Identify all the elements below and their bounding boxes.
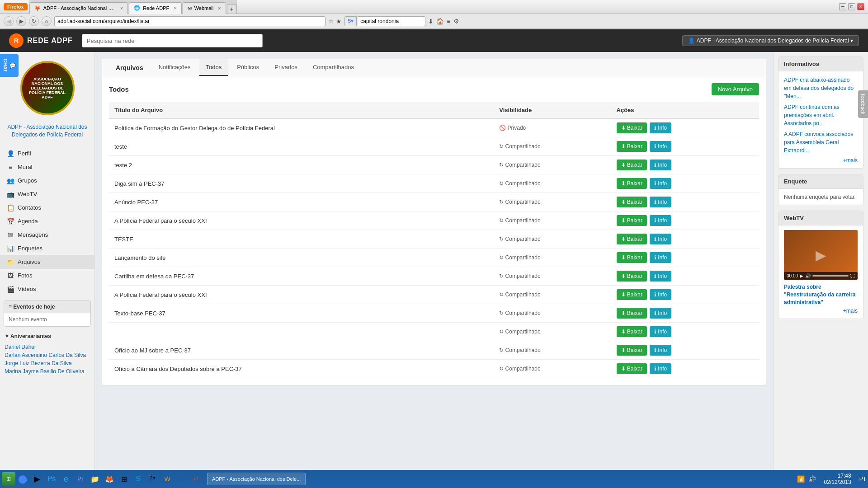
taskbar-skype-icon[interactable]: S bbox=[132, 473, 145, 485]
sidebar-item-agenda[interactable]: 📅 Agenda bbox=[0, 215, 94, 228]
video-play-icon[interactable]: ▶ bbox=[800, 273, 803, 278]
baixar-button-6[interactable]: ⬇ Baixar bbox=[617, 234, 647, 244]
sidebar-item-videos[interactable]: 🎬 Vídeos bbox=[0, 282, 94, 296]
informativos-more[interactable]: +mais bbox=[784, 157, 858, 164]
taskbar-flag-icon[interactable]: 🏳 bbox=[146, 473, 159, 485]
tab-privados[interactable]: Privados bbox=[268, 59, 304, 76]
taskbar-ps-icon[interactable]: Ps bbox=[45, 473, 58, 485]
start-button[interactable]: ⊞ bbox=[2, 472, 15, 486]
bookmark-icon[interactable]: ★ bbox=[336, 18, 342, 25]
sidebar-item-fotos[interactable]: 🖼 Fotos bbox=[0, 269, 94, 282]
baixar-button-4[interactable]: ⬇ Baixar bbox=[617, 197, 647, 207]
taskbar-chrome-icon[interactable]: ⬤ bbox=[16, 473, 29, 485]
tab-todos[interactable]: Todos bbox=[199, 59, 229, 76]
org-name-label[interactable]: ADPF - Associação Nacional dos Delegados… bbox=[0, 120, 94, 142]
new-tab-button[interactable]: + bbox=[227, 4, 237, 14]
taskbar-ppt-icon[interactable]: P bbox=[190, 473, 203, 485]
header-user-menu[interactable]: 👤 ADPF - Associação Nacional dos Delegad… bbox=[682, 35, 859, 46]
birthday-daniel[interactable]: Daniel Daher bbox=[5, 343, 90, 351]
settings-icon[interactable]: ⚙ bbox=[453, 18, 459, 25]
baixar-button-7[interactable]: ⬇ Baixar bbox=[617, 252, 647, 263]
tab-webmail[interactable]: ✉ Webmail × bbox=[183, 2, 226, 14]
baixar-button-5[interactable]: ⬇ Baixar bbox=[617, 215, 647, 226]
taskbar-winamp-icon[interactable]: W bbox=[161, 473, 174, 485]
video-progress[interactable] bbox=[812, 275, 849, 277]
firefox-tab[interactable]: Firefox bbox=[4, 3, 28, 10]
tab-adpf[interactable]: 🦊 ADPF - Associação Nacional dos Dele...… bbox=[29, 2, 128, 14]
taskbar-ie-icon[interactable]: e bbox=[60, 473, 72, 485]
baixar-button-3[interactable]: ⬇ Baixar bbox=[617, 178, 647, 189]
sidebar-item-enquetes[interactable]: 📊 Enquetes bbox=[0, 242, 94, 255]
info-button-12[interactable]: ℹ Info bbox=[650, 345, 671, 356]
menu-icon[interactable]: ≡ bbox=[447, 18, 450, 25]
info-button-10[interactable]: ℹ Info bbox=[650, 308, 671, 319]
close-button[interactable]: ✕ bbox=[857, 3, 864, 10]
new-file-button[interactable]: Novo Arquivo bbox=[712, 83, 759, 95]
sidebar-item-arquivos[interactable]: 📁 Arquivos bbox=[0, 255, 94, 269]
video-player[interactable]: ▶ 00:00 ▶ 🔊 ⛶ bbox=[784, 230, 858, 280]
baixar-button-11[interactable]: ⬇ Baixar bbox=[617, 326, 647, 337]
taskbar-media-icon[interactable]: ▶ bbox=[31, 473, 43, 485]
taskbar-folder-icon[interactable]: 📁 bbox=[89, 473, 101, 485]
birthday-marina[interactable]: Marina Jayme Basilio De Oliveira bbox=[5, 367, 90, 375]
sidebar-item-contatos[interactable]: 📋 Contatos bbox=[0, 201, 94, 215]
birthday-darlan[interactable]: Darlan Ascendino Carlos Da Silva bbox=[5, 351, 90, 359]
home-icon2[interactable]: 🏠 bbox=[436, 18, 444, 25]
baixar-button-8[interactable]: ⬇ Baixar bbox=[617, 271, 647, 282]
baixar-button-12[interactable]: ⬇ Baixar bbox=[617, 345, 647, 356]
info-button-6[interactable]: ℹ Info bbox=[650, 234, 671, 244]
tray-network-icon[interactable]: 📶 bbox=[797, 475, 805, 483]
baixar-button-13[interactable]: ⬇ Baixar bbox=[617, 363, 647, 374]
taskbar-word-icon[interactable]: W bbox=[175, 473, 188, 485]
baixar-button-10[interactable]: ⬇ Baixar bbox=[617, 308, 647, 319]
minimize-button[interactable]: ─ bbox=[839, 3, 846, 10]
tab-rede-adpf[interactable]: 🌐 Rede ADPF × bbox=[129, 2, 182, 14]
download-icon[interactable]: ⬇ bbox=[428, 18, 434, 25]
baixar-button-1[interactable]: ⬇ Baixar bbox=[617, 141, 647, 152]
info-button-5[interactable]: ℹ Info bbox=[650, 215, 671, 226]
info-button-11[interactable]: ℹ Info bbox=[650, 326, 671, 337]
sidebar-item-mural[interactable]: ≡ Mural bbox=[0, 160, 94, 174]
info-button-13[interactable]: ℹ Info bbox=[650, 363, 671, 374]
bookmark-star-icon[interactable]: ☆ bbox=[328, 18, 334, 25]
baixar-button-9[interactable]: ⬇ Baixar bbox=[617, 289, 647, 300]
info-link-2[interactable]: ADPF continua com as premiações em abril… bbox=[784, 103, 858, 127]
info-button-3[interactable]: ℹ Info bbox=[650, 178, 671, 189]
header-search-input[interactable] bbox=[82, 34, 263, 47]
tab-notificacoes[interactable]: Notificações bbox=[152, 59, 198, 76]
baixar-button-2[interactable]: ⬇ Baixar bbox=[617, 160, 647, 170]
sidebar-item-mensagens[interactable]: ✉ Mensagens bbox=[0, 228, 94, 242]
tab-publicos[interactable]: Públicos bbox=[230, 59, 266, 76]
home-button[interactable]: ⌂ bbox=[42, 16, 52, 26]
info-button-9[interactable]: ℹ Info bbox=[650, 289, 671, 300]
tray-volume-icon[interactable]: 🔊 bbox=[808, 475, 816, 483]
tab-close-adpf[interactable]: × bbox=[120, 5, 123, 11]
feedback-tab[interactable]: feedback bbox=[858, 90, 868, 118]
info-button-4[interactable]: ℹ Info bbox=[650, 197, 671, 207]
taskbar-pr-icon[interactable]: Pr bbox=[74, 473, 87, 485]
video-fullscreen-icon[interactable]: ⛶ bbox=[850, 273, 855, 278]
video-speaker-icon[interactable]: 🔊 bbox=[805, 273, 811, 278]
address-input[interactable] bbox=[54, 16, 326, 26]
tab-close-rede[interactable]: × bbox=[174, 5, 176, 11]
info-link-1[interactable]: ADPF cria abaixo-assinado em defesa dos … bbox=[784, 76, 858, 100]
taskbar-firefox-icon[interactable]: 🦊 bbox=[103, 473, 116, 485]
forward-button[interactable]: ▶ bbox=[16, 16, 26, 26]
info-link-3[interactable]: A ADPF convoca associados para Assemblei… bbox=[784, 130, 858, 155]
baixar-button-0[interactable]: ⬇ Baixar bbox=[617, 122, 647, 133]
info-button-7[interactable]: ℹ Info bbox=[650, 252, 671, 263]
taskbar-app-adpf[interactable]: ADPF - Associação Nacional dos Dele... bbox=[207, 473, 306, 485]
back-button[interactable]: ◀ bbox=[4, 16, 14, 26]
search-input[interactable] bbox=[358, 16, 425, 26]
taskbar-cmd-icon[interactable]: ⊞ bbox=[118, 473, 130, 485]
tab-compartilhados[interactable]: Compartilhados bbox=[306, 59, 361, 76]
video-title[interactable]: Palestra sobre "Reestruturação da carrei… bbox=[784, 283, 858, 306]
info-button-8[interactable]: ℹ Info bbox=[650, 271, 671, 282]
info-button-1[interactable]: ℹ Info bbox=[650, 141, 671, 152]
sidebar-item-webtv[interactable]: 📺 WebTV bbox=[0, 188, 94, 201]
video-more[interactable]: +mais bbox=[784, 308, 858, 314]
refresh-button[interactable]: ↻ bbox=[29, 16, 39, 26]
sidebar-item-grupos[interactable]: 👥 Grupos bbox=[0, 174, 94, 188]
info-button-0[interactable]: ℹ Info bbox=[650, 122, 671, 133]
maximize-button[interactable]: □ bbox=[848, 3, 855, 10]
